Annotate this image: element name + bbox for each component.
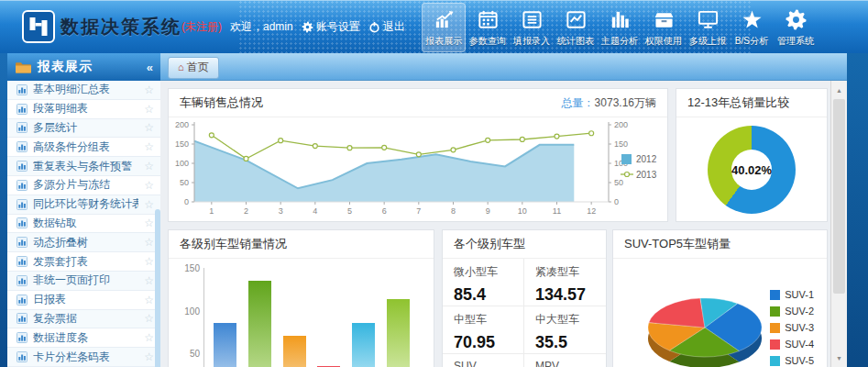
sidebar-item-13[interactable]: 数据进度条☆ [7, 328, 160, 348]
scroll-down-icon[interactable]: ▼ [831, 350, 847, 365]
stat-cell-3: 中大型车35.5 [524, 306, 606, 354]
sidebar-item-label: 高级条件分组表 [33, 139, 138, 155]
favorite-star-icon[interactable]: ☆ [144, 103, 154, 116]
svg-text:6: 6 [382, 206, 387, 216]
favorite-star-icon[interactable]: ☆ [144, 331, 154, 344]
scroll-up-icon[interactable]: ▲ [831, 83, 847, 97]
svg-text:2013: 2013 [636, 170, 657, 180]
report-chart-icon [16, 180, 27, 191]
sidebar-item-label: 非统一页面打印 [33, 272, 138, 288]
legend-swatch [770, 306, 780, 317]
sidebar-item-12[interactable]: 复杂票据☆ [7, 310, 160, 329]
favorite-star-icon[interactable]: ☆ [144, 236, 154, 249]
sidebar-item-label: 多源分片与冻结 [33, 177, 138, 193]
home-icon: ⌂ [178, 62, 184, 72]
report-chart-icon [16, 104, 27, 115]
monitor-icon [686, 8, 730, 33]
favorite-star-icon[interactable]: ☆ [144, 160, 154, 172]
sidebar-item-3[interactable]: 高级条件分组表☆ [7, 138, 160, 157]
svg-text:10: 10 [518, 206, 527, 216]
favorite-star-icon[interactable]: ☆ [144, 121, 154, 134]
nav-item-stat-chart[interactable]: 统计图表 [554, 3, 598, 52]
report-chart-icon [16, 199, 27, 210]
power-icon [368, 21, 380, 33]
logout-button[interactable]: 退出 [368, 19, 405, 35]
legend-item-SUV-2: SUV-2 [770, 306, 814, 317]
panel-head: 各级别车型销量情况 [169, 230, 434, 259]
sidebar-item-10[interactable]: 非统一页面打印☆ [7, 272, 160, 291]
sidebar-item-label: 动态折叠树 [33, 235, 138, 250]
legend-item-SUV-3: SUV-3 [770, 322, 814, 333]
sidebar-item-label: 多层统计 [33, 120, 138, 136]
sidebar-item-5[interactable]: 多源分片与冻结☆ [7, 176, 160, 195]
nav-item-label: 统计图表 [555, 35, 596, 48]
panel-title: SUV-TOP5车型销量 [624, 236, 731, 252]
panel-head: SUV-TOP5车型销量 [613, 230, 827, 259]
favorite-star-icon[interactable]: ☆ [144, 198, 154, 211]
sidebar-item-label: 复杂票据 [33, 311, 138, 327]
content-scrollbar[interactable]: ▲ ▼ [830, 81, 847, 367]
favorite-star-icon[interactable]: ☆ [144, 255, 154, 268]
stat-cell-2: 中型车70.95 [443, 306, 524, 354]
sidebar-item-1[interactable]: 段落明细表☆ [7, 100, 160, 119]
sidebar-item-11[interactable]: 日报表☆ [7, 291, 160, 310]
nav-item-manage-system[interactable]: 管理系统 [774, 3, 818, 52]
nav-item-label: 填报录入 [511, 35, 552, 48]
bar-axis-tick: 150 [176, 263, 200, 273]
nav-item-theme-analysis[interactable]: 主题分析 [598, 3, 642, 52]
svg-text:50: 50 [614, 178, 623, 187]
favorite-star-icon[interactable]: ☆ [144, 312, 154, 325]
favorite-star-icon[interactable]: ☆ [144, 83, 154, 96]
logout-label: 退出 [383, 19, 405, 35]
scrollbar-thumb[interactable] [833, 99, 845, 294]
sidebar-item-label: 同比环比等财务统计表 [33, 196, 138, 212]
sidebar-item-14[interactable]: 卡片分栏条码表☆ [7, 348, 160, 367]
report-chart-icon [16, 275, 27, 286]
favorite-star-icon[interactable]: ☆ [144, 350, 154, 363]
sidebar-item-2[interactable]: 多层统计☆ [7, 119, 160, 139]
right-frame-band [847, 53, 868, 367]
legend-swatch [770, 356, 780, 366]
nav-item-bs-analysis[interactable]: B/S分析 [730, 3, 774, 52]
sidebar-item-label: 重复表头与条件预警 [33, 159, 138, 174]
nav-item-label: 多级上报 [687, 35, 728, 48]
nav-item-param-query[interactable]: 参数查询 [466, 3, 510, 52]
sidebar-item-4[interactable]: 重复表头与条件预警☆ [7, 157, 160, 176]
sidebar: 报表展示 « 基本明细汇总表☆段落明细表☆多层统计☆高级条件分组表☆重复表头与条… [7, 53, 160, 367]
legend-swatch [770, 290, 780, 300]
folder-icon [15, 61, 31, 73]
report-chart-icon [16, 122, 27, 133]
box-icon [642, 8, 686, 33]
star-icon [730, 8, 774, 33]
sidebar-item-0[interactable]: 基本明细汇总表☆ [7, 81, 160, 100]
nav-item-form-entry[interactable]: 填报录入 [510, 3, 554, 52]
list-icon [510, 8, 554, 33]
stat-cell-5: MPV [524, 354, 606, 367]
favorite-star-icon[interactable]: ☆ [144, 140, 154, 153]
report-chart-icon [16, 256, 27, 267]
favorite-star-icon[interactable]: ☆ [144, 179, 154, 192]
panel-title: 车辆销售总情况 [180, 95, 263, 111]
nav-item-multilevel-report[interactable]: 多级上报 [686, 3, 730, 52]
stat-label: 中型车 [454, 312, 512, 328]
sidebar-item-9[interactable]: 发票套打表☆ [7, 252, 160, 272]
nav-item-permission-use[interactable]: 权限使用 [642, 3, 686, 52]
legend-label: SUV-3 [785, 322, 814, 333]
svg-text:200: 200 [175, 120, 189, 129]
report-chart-icon [16, 332, 27, 343]
favorite-star-icon[interactable]: ☆ [144, 217, 154, 229]
level-stat-grid: 微小型车85.4紧凑型车134.57中型车70.95中大型车35.5SUVMPV [443, 259, 606, 367]
sidebar-header: 报表展示 « [7, 53, 160, 81]
buildings-icon [598, 8, 642, 33]
svg-text:100: 100 [175, 159, 189, 168]
account-settings-button[interactable]: 账号设置 [302, 19, 360, 35]
tab-home[interactable]: ⌂ 首页 [168, 57, 219, 79]
favorite-star-icon[interactable]: ☆ [144, 294, 154, 306]
sidebar-item-6[interactable]: 同比环比等财务统计表☆ [7, 195, 160, 215]
favorite-star-icon[interactable]: ☆ [144, 274, 154, 287]
collapse-sidebar-button[interactable]: « [147, 61, 153, 74]
sidebar-item-7[interactable]: 数据钻取☆ [7, 215, 160, 234]
app-title: 数据决策系统 [60, 15, 181, 39]
sidebar-item-8[interactable]: 动态折叠树☆ [7, 233, 160, 252]
nav-item-report-display[interactable]: 报表展示 [422, 3, 466, 52]
